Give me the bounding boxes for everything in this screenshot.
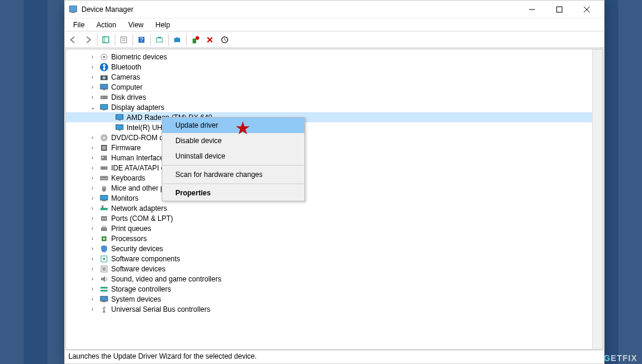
tree-node[interactable]: ›Software devices xyxy=(66,264,603,274)
context-menu-item[interactable]: Update driver xyxy=(162,118,304,133)
computer-icon xyxy=(99,83,109,92)
svg-rect-48 xyxy=(100,195,108,200)
svg-point-22 xyxy=(103,56,105,58)
context-menu-item[interactable]: Disable device xyxy=(162,133,304,148)
tree-node[interactable]: ›Ports (COM & LPT) xyxy=(66,213,603,223)
tree-node-label: Print queues xyxy=(111,224,151,233)
tree-node-label: Software components xyxy=(111,255,180,263)
tree-node[interactable]: ›Computer xyxy=(66,82,603,92)
expander-icon[interactable]: › xyxy=(90,246,95,251)
expander-icon[interactable]: › xyxy=(90,205,95,211)
tree-node-label: Computer xyxy=(111,83,143,91)
maximize-button[interactable] xyxy=(546,1,573,18)
svg-rect-30 xyxy=(100,105,108,109)
tree-node[interactable]: ›Print queues xyxy=(66,223,603,233)
network-icon xyxy=(99,204,109,213)
menu-file[interactable]: File xyxy=(67,20,90,30)
keyboard-icon xyxy=(99,173,109,183)
expander-icon[interactable]: › xyxy=(90,286,95,292)
expander-icon[interactable]: › xyxy=(90,165,95,170)
context-menu-item[interactable]: Properties xyxy=(162,185,304,201)
expander-icon[interactable]: › xyxy=(90,306,95,312)
tree-node[interactable]: ›Cameras xyxy=(66,72,603,82)
expander-icon[interactable]: › xyxy=(90,94,95,100)
context-menu-item[interactable]: Scan for hardware changes xyxy=(162,167,304,182)
forward-button[interactable] xyxy=(81,33,95,47)
tree-node[interactable]: ›IDE ATA/ATAPI controllers xyxy=(66,163,603,173)
expander-icon[interactable]: › xyxy=(90,175,95,181)
softcomp-icon xyxy=(99,254,109,264)
svg-rect-8 xyxy=(121,37,127,43)
menu-help[interactable]: Help xyxy=(150,20,177,30)
expander-icon[interactable]: › xyxy=(90,84,95,90)
expander-icon[interactable]: › xyxy=(90,135,95,140)
menu-action[interactable]: Action xyxy=(90,20,122,30)
close-button[interactable] xyxy=(573,1,600,18)
svg-rect-41 xyxy=(102,157,103,158)
tree-node[interactable]: Intel(R) UHD xyxy=(66,122,603,132)
expander-icon[interactable]: › xyxy=(90,155,95,160)
menu-separator xyxy=(163,183,304,184)
expander-icon[interactable]: › xyxy=(90,256,95,261)
scrollbar-thumb[interactable] xyxy=(593,73,602,144)
show-hide-button[interactable] xyxy=(99,33,113,47)
tree-node[interactable]: ⌄Display adapters xyxy=(66,102,603,112)
tree-node-label: Universal Serial Bus controllers xyxy=(111,305,210,314)
tree-node-label: System devices xyxy=(111,295,161,303)
context-menu-item[interactable]: Uninstall device xyxy=(162,148,304,164)
expander-icon[interactable]: › xyxy=(90,276,95,281)
device-tree-container: ›Biometric devices›Bluetooth›Cameras›Com… xyxy=(65,49,603,350)
tree-node-label: Disk drives xyxy=(111,93,146,102)
tree-node[interactable]: ›Biometric devices xyxy=(66,52,603,62)
tree-node[interactable]: ›Monitors xyxy=(66,193,603,203)
tree-node-label: Processors xyxy=(111,235,147,243)
svg-text:?: ? xyxy=(140,37,143,43)
expander-icon[interactable]: ⌄ xyxy=(90,105,95,110)
context-menu: Update driverDisable deviceUninstall dev… xyxy=(162,117,305,201)
tree-node[interactable]: ›Processors xyxy=(66,233,603,243)
scan-hardware-button[interactable] xyxy=(152,33,166,47)
device-tree[interactable]: ›Biometric devices›Bluetooth›Cameras›Com… xyxy=(66,49,603,349)
print-icon xyxy=(99,224,109,233)
expander-icon[interactable]: › xyxy=(90,195,95,201)
tree-node[interactable]: ›Storage controllers xyxy=(66,284,603,294)
tree-node[interactable]: ›Bluetooth xyxy=(66,62,603,72)
expander-icon[interactable]: › xyxy=(90,185,95,191)
update-driver-button[interactable] xyxy=(170,33,184,47)
disable-device-button[interactable] xyxy=(203,33,217,47)
tree-node[interactable]: ›System devices xyxy=(66,294,603,304)
tree-node[interactable]: ›Human Interface Devices xyxy=(66,153,603,163)
expander-icon[interactable]: › xyxy=(90,74,95,80)
back-button[interactable] xyxy=(66,33,80,47)
window-title: Device Manager xyxy=(81,5,518,14)
tree-node[interactable]: ›Keyboards xyxy=(66,173,603,183)
expander-icon[interactable]: › xyxy=(90,266,95,271)
expander-icon[interactable]: › xyxy=(90,296,95,302)
tree-node[interactable]: ›Software components xyxy=(66,254,603,264)
minimize-button[interactable] xyxy=(518,1,546,18)
properties-button[interactable] xyxy=(117,33,131,47)
tree-node[interactable]: ›Universal Serial Bus controllers xyxy=(66,304,603,314)
help-button[interactable]: ? xyxy=(134,33,149,47)
svg-rect-16 xyxy=(193,39,196,43)
expander-icon[interactable]: › xyxy=(90,236,95,241)
expander-icon[interactable]: › xyxy=(90,226,95,231)
uninstall-device-button[interactable] xyxy=(188,33,202,47)
tree-node[interactable]: ›Network adapters xyxy=(66,203,603,213)
menu-view[interactable]: View xyxy=(122,20,150,30)
tree-node[interactable]: AMD Radeon (TM) RX 640 xyxy=(66,112,603,122)
firmware-icon xyxy=(99,143,109,153)
tree-node[interactable]: ›Security devices xyxy=(66,243,603,254)
expander-icon[interactable]: › xyxy=(90,64,95,69)
tree-node[interactable]: ›Disk drives xyxy=(66,92,603,102)
expander-icon[interactable]: › xyxy=(90,145,95,150)
tree-node-label: Storage controllers xyxy=(111,285,171,293)
expander-icon[interactable]: › xyxy=(90,54,95,59)
tree-node[interactable]: ›DVD/CD-ROM drives xyxy=(66,132,603,143)
sound-icon xyxy=(99,274,109,284)
expander-icon[interactable]: › xyxy=(90,216,95,221)
enable-device-button[interactable] xyxy=(218,33,232,47)
tree-node[interactable]: ›Mice and other pointing devices xyxy=(66,183,603,193)
tree-node[interactable]: ›Firmware xyxy=(66,143,603,153)
tree-node[interactable]: ›Sound, video and game controllers xyxy=(66,274,603,284)
